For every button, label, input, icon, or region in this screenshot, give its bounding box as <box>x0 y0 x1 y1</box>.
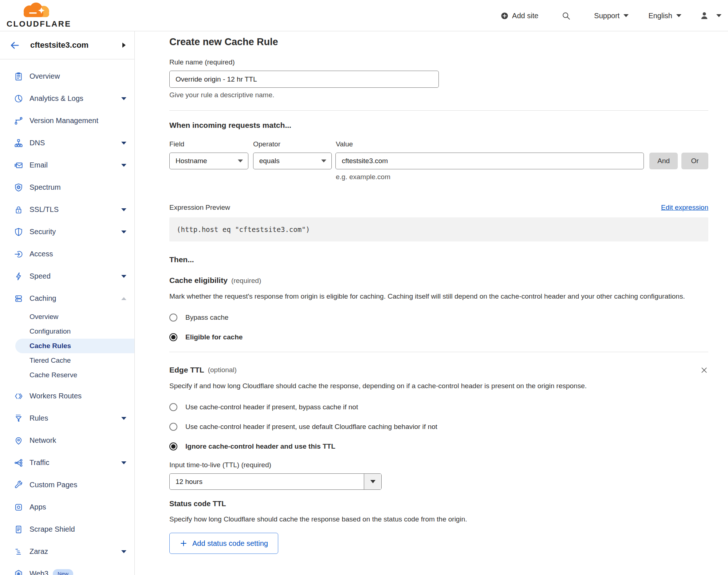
caret-down-icon <box>676 14 681 17</box>
chevron-up-icon[interactable] <box>121 297 126 300</box>
sidebar-item-web3[interactable]: Web3New <box>0 563 134 575</box>
expression-preview-row: Expression Preview Edit expression <box>169 204 708 212</box>
sidebar-item-custom-pages[interactable]: Custom Pages <box>0 474 134 496</box>
clipboard-icon <box>14 72 23 81</box>
cache-eligibility-description: Mark whether the request's response from… <box>169 291 696 302</box>
sidebar-item-speed[interactable]: Speed <box>0 265 134 287</box>
match-column-labels: Field Operator Value <box>169 140 708 148</box>
cloudflare-logo[interactable]: CLOUDFLARE <box>7 1 64 29</box>
edge-ttl-option-ignore-cache-control-header-and-use-this-ttl[interactable]: Ignore cache-control header and use this… <box>169 441 708 452</box>
sidebar-item-email[interactable]: Email <box>0 154 134 176</box>
radio-unselected-icon <box>169 314 177 322</box>
sidebar-item-access[interactable]: Access <box>0 243 134 265</box>
edge-ttl-option-use-cache-control-header-if-present-use-default-cloudflare-caching-behavior-if-not[interactable]: Use cache-control header if present, use… <box>169 422 708 432</box>
radio-option-label: Use cache-control header if present, use… <box>185 423 437 431</box>
email-icon <box>14 161 23 170</box>
or-button[interactable]: Or <box>681 153 708 169</box>
match-value-input[interactable] <box>335 153 644 169</box>
and-button[interactable]: And <box>649 153 678 169</box>
cache-eligibility-option-eligible-for-cache[interactable]: Eligible for cache <box>169 332 708 342</box>
caret-down-icon <box>716 14 721 17</box>
sidebar-item-rules[interactable]: Rules <box>0 407 134 429</box>
main-content: Create new Cache Rule Rule name (require… <box>135 31 728 575</box>
sidebar-item-scrape-shield[interactable]: Scrape Shield <box>0 518 134 540</box>
brand-wordmark: CLOUDFLARE <box>7 19 64 29</box>
sidebar-item-label: Version Management <box>29 117 98 125</box>
ttl-select[interactable]: 12 hours <box>169 473 382 490</box>
chevron-down-icon[interactable] <box>121 417 126 420</box>
edge-ttl-heading-row: Edge TTL (optional) <box>169 366 708 374</box>
new-badge: New <box>53 569 73 575</box>
sidebar-item-overview[interactable]: Overview <box>0 65 134 87</box>
close-edge-ttl-button[interactable] <box>700 366 708 374</box>
field-select[interactable]: Hostname <box>169 153 248 169</box>
chevron-down-icon[interactable] <box>121 550 126 553</box>
rule-name-input[interactable] <box>169 71 439 88</box>
sidebar-item-zaraz[interactable]: Zaraz <box>0 540 134 563</box>
chevron-down-icon[interactable] <box>121 208 126 211</box>
plus-circle-icon <box>500 12 509 20</box>
edge-ttl-option-use-cache-control-header-if-present-bypass-cache-if-not[interactable]: Use cache-control header if present, byp… <box>169 402 708 412</box>
field-label: Field <box>169 140 253 148</box>
sidebar-item-label: Overview <box>29 72 60 80</box>
sidebar-item-spectrum[interactable]: Spectrum <box>0 176 134 198</box>
sidebar-item-version-management[interactable]: Version Management <box>0 110 134 132</box>
chevron-down-icon[interactable] <box>121 164 126 167</box>
chevron-down-icon[interactable] <box>121 231 126 233</box>
funnel-icon <box>14 414 23 423</box>
operator-select-value: equals <box>259 157 280 165</box>
expand-right-icon[interactable] <box>122 43 126 48</box>
language-label: English <box>648 12 672 20</box>
chevron-down-icon[interactable] <box>121 142 126 145</box>
sidebar-item-configuration[interactable]: Configuration <box>0 324 134 339</box>
sidebar-item-analytics-logs[interactable]: Analytics & Logs <box>0 87 134 110</box>
document-icon <box>14 525 23 534</box>
sidebar-item-traffic[interactable]: Traffic <box>0 452 134 474</box>
value-label: Value <box>336 140 353 148</box>
sidebar-item-dns[interactable]: DNS <box>0 132 134 154</box>
sidebar-item-label: Security <box>29 228 56 236</box>
sidebar-item-label: DNS <box>29 139 45 147</box>
edit-expression-link[interactable]: Edit expression <box>661 204 708 212</box>
add-site-label: Add site <box>512 12 538 20</box>
sidebar-item-security[interactable]: Security <box>0 221 134 243</box>
shield-icon <box>14 227 23 237</box>
operator-select[interactable]: equals <box>253 153 332 169</box>
sidebar-item-network[interactable]: Network <box>0 429 134 452</box>
chevron-down-icon[interactable] <box>121 461 126 464</box>
account-menu[interactable] <box>700 11 721 20</box>
add-site-button[interactable]: Add site <box>500 12 538 20</box>
sidebar-item-tiered-cache[interactable]: Tiered Cache <box>0 353 134 368</box>
support-menu[interactable]: Support <box>594 12 629 20</box>
add-status-code-button[interactable]: Add status code setting <box>169 533 278 554</box>
sidebar-item-overview[interactable]: Overview <box>0 310 134 324</box>
radio-selected-icon <box>169 442 177 450</box>
sidebar-item-apps[interactable]: Apps <box>0 496 134 518</box>
match-row: Hostname equals And Or <box>169 153 708 169</box>
caret-down-icon <box>623 14 629 17</box>
sidebar-item-caching[interactable]: Caching <box>0 287 134 310</box>
sidebar-menu: OverviewAnalytics & LogsVersion Manageme… <box>0 59 134 575</box>
sidebar-item-label: Access <box>29 250 53 258</box>
cache-eligibility-heading-row: Cache eligibility (required) <box>169 276 708 285</box>
chevron-down-icon[interactable] <box>121 275 126 278</box>
code-brackets-icon <box>14 391 23 401</box>
sidebar-item-workers-routes[interactable]: Workers Routes <box>0 385 134 407</box>
chevron-down-icon[interactable] <box>121 97 126 100</box>
radio-unselected-icon <box>169 423 177 431</box>
sidebar-item-label: Analytics & Logs <box>29 94 83 103</box>
sidebar-item-cache-rules[interactable]: Cache Rules <box>15 339 134 353</box>
search-button[interactable] <box>562 11 571 20</box>
radio-option-label: Eligible for cache <box>185 333 243 341</box>
sidebar-item-ssl-tls[interactable]: SSL/TLS <box>0 198 134 221</box>
edge-ttl-description: Specify if and how long Cloudflare shoul… <box>169 380 603 391</box>
sidebar-item-label: Scrape Shield <box>29 525 75 533</box>
back-arrow-icon[interactable] <box>9 40 20 51</box>
cache-eligibility-option-bypass-cache[interactable]: Bypass cache <box>169 312 708 323</box>
padlock-icon <box>14 205 23 214</box>
radio-option-label: Bypass cache <box>185 314 228 322</box>
edge-ttl-options: Use cache-control header if present, byp… <box>169 402 708 452</box>
sidebar-item-cache-reserve[interactable]: Cache Reserve <box>0 368 134 382</box>
zaraz-bars-icon <box>14 547 23 556</box>
language-menu[interactable]: English <box>648 12 681 20</box>
